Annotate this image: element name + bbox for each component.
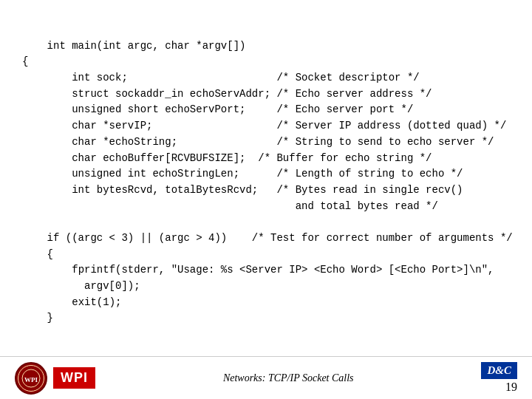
wpi-text-logo: WPI <box>53 367 95 389</box>
code-line-1: int main(int argc, char *argv[]) <box>47 40 246 52</box>
dc-badge: D&C <box>481 362 517 379</box>
code-close-brace: } <box>47 312 53 324</box>
code-struct: struct sockaddr_in echoServAddr; /* Echo… <box>47 88 432 100</box>
code-int-bytes: int bytesRcvd, totalBytesRcvd; /* Bytes … <box>47 184 463 196</box>
code-and-total: and total bytes read */ <box>22 200 438 212</box>
code-int-sock: int sock; /* Socket descriptor */ <box>47 72 420 83</box>
code-line-2: { <box>22 55 28 67</box>
footer-logo: WPI WPI <box>15 362 95 395</box>
code-fprintf: fprintf(stderr, "Usage: %s <Server IP> <… <box>59 264 494 276</box>
code-char-buf: char echoBuffer[RCVBUFSIZE]; /* Buffer f… <box>47 152 432 164</box>
code-block: int main(int argc, char *argv[]) { int s… <box>22 22 510 343</box>
wpi-logo-circle: WPI <box>15 362 47 395</box>
code-unsigned-short: unsigned short echoServPort; /* Echo ser… <box>47 103 414 115</box>
code-brace: { <box>47 248 53 260</box>
code-exit: exit(1); <box>59 296 121 308</box>
code-char-echo: char *echoString; /* String to send to e… <box>47 136 494 148</box>
code-if: if ((argc < 3) || (argc > 4)) /* Test fo… <box>22 232 513 244</box>
footer-right: D&C 19 <box>481 362 517 394</box>
slide-container: int main(int argc, char *argv[]) { int s… <box>0 0 532 399</box>
svg-text:WPI: WPI <box>24 376 38 383</box>
footer: WPI WPI Networks: TCP/IP Socket Calls D&… <box>0 356 532 399</box>
page-number: 19 <box>505 381 517 394</box>
code-char-serv: char *servIP; /* Server IP address (dott… <box>47 120 507 132</box>
code-argv: argv[0]); <box>22 280 140 292</box>
code-unsigned-int: unsigned int echoStringLen; /* Length of… <box>47 168 463 180</box>
wpi-emblem: WPI <box>21 368 41 389</box>
wpi-logo-inner: WPI <box>18 365 44 392</box>
footer-center-text: Networks: TCP/IP Socket Calls <box>223 372 354 384</box>
